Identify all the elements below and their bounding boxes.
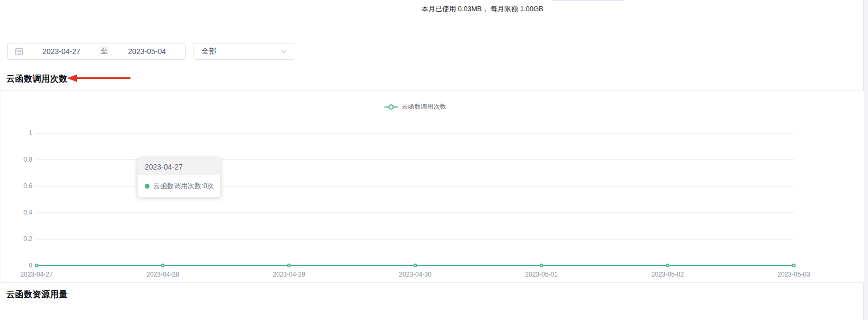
calls-chart-card: 云函数调用次数 00.20.40.60.812023-04-272023-04-… [0,90,864,283]
data-point-marker[interactable] [161,264,165,268]
x-axis-tick-label: 2023-04-27 [20,271,52,278]
x-axis-tick-label: 2023-05-02 [651,271,683,278]
scrollbar-gutter[interactable] [863,0,868,320]
cloud-function-stats-page: 本月已使用 0.03MB， 每月限额 1.00GB 2023-04-27 至 2… [0,0,868,320]
x-axis-tick-label: 2023-05-03 [777,271,810,278]
tooltip-series-text: 云函数调用次数:0次 [153,181,214,191]
date-range-picker[interactable]: 2023-04-27 至 2023-05-04 [7,43,186,60]
scope-select[interactable]: 全部 [194,43,294,60]
y-gridline [36,212,794,213]
data-point-marker[interactable] [666,264,670,268]
tooltip-series-row: 云函数调用次数:0次 [138,175,220,197]
top-border-fragment [551,0,624,1]
y-axis-tick-label: 0.8 [6,156,32,163]
section-title-calls: 云函数调用次数 [6,74,68,85]
date-range-separator: 至 [100,47,109,56]
legend-label: 云函数调用次数 [402,102,446,111]
tooltip-date: 2023-04-27 [138,158,220,175]
y-axis-tick-label: 1 [6,129,32,137]
data-point-marker[interactable] [287,264,291,268]
red-arrow-annotation [67,74,130,82]
legend-line-circle-icon [384,104,398,110]
data-point-marker[interactable] [540,264,543,268]
data-point-marker[interactable] [792,264,796,268]
y-axis-tick-label: 0 [6,262,32,269]
start-date-input[interactable]: 2023-04-27 [23,47,100,56]
y-axis-tick-label: 0.2 [6,235,32,243]
x-axis-tick-label: 2023-04-30 [399,271,431,278]
y-axis-tick-label: 0.4 [6,209,32,216]
data-point-marker[interactable] [35,264,39,268]
x-axis-tick-label: 2023-05-01 [525,271,557,278]
chevron-down-icon [280,48,287,55]
monthly-usage-text: 本月已使用 0.03MB， 每月限额 1.00GB [422,4,543,14]
x-axis-tick-label: 2023-04-29 [273,271,305,278]
scope-select-value: 全部 [201,47,216,56]
calendar-icon [15,47,23,56]
section-title-resources: 云函数资源用量 [6,289,68,300]
series-dot-icon [145,184,150,189]
y-gridline [36,133,794,134]
y-axis-tick-label: 0.6 [6,182,32,190]
chart-tooltip: 2023-04-27 云函数调用次数:0次 [137,158,221,198]
chart-legend-item[interactable]: 云函数调用次数 [384,102,446,111]
data-point-marker[interactable] [414,264,417,268]
end-date-input[interactable]: 2023-05-04 [109,47,186,56]
x-axis-tick-label: 2023-04-28 [146,271,179,278]
y-gridline [36,239,794,239]
